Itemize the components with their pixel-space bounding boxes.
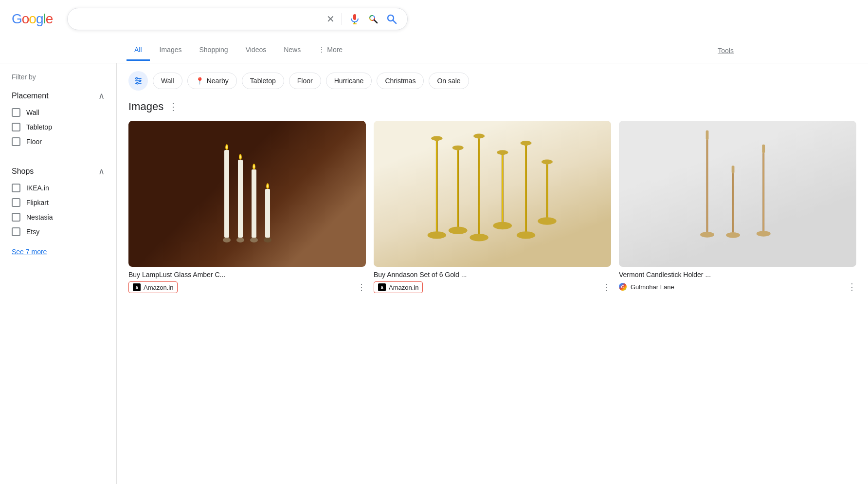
- floor-checkbox[interactable]: [12, 137, 20, 146]
- svg-rect-26: [478, 138, 480, 237]
- tab-tools[interactable]: Tools: [710, 41, 741, 60]
- search-icon[interactable]: [386, 13, 398, 25]
- filter-by-label: Filter by: [12, 73, 105, 81]
- clear-icon[interactable]: ✕: [326, 13, 335, 25]
- floor-label: Floor: [26, 138, 42, 146]
- placement-toggle-icon: ∧: [98, 91, 105, 101]
- wall-checkbox[interactable]: [12, 108, 20, 117]
- svg-point-23: [449, 227, 468, 234]
- wall-label: Wall: [26, 109, 39, 116]
- image-card-info-0: Buy LampLust Glass Amber C... a Amazon.i…: [128, 267, 366, 297]
- amazon-logo-1: a: [378, 283, 386, 291]
- filter-option-floor[interactable]: Floor: [12, 137, 105, 146]
- source-name-1: Amazon.in: [389, 284, 418, 291]
- image-title-2: Vermont Candlestick Holder ...: [619, 271, 856, 279]
- nav-tabs: All Images Shopping Videos News ⋮ More T…: [0, 38, 868, 63]
- image-card-2[interactable]: Vermont Candlestick Holder ... G Gulmoha…: [619, 121, 856, 297]
- tab-videos[interactable]: Videos: [238, 40, 274, 61]
- mic-icon[interactable]: [349, 13, 361, 25]
- tune-chip[interactable]: [128, 71, 148, 91]
- sidebar: Filter by Placement ∧ Wall Tabletop Floo…: [0, 63, 117, 484]
- svg-rect-0: [353, 14, 356, 20]
- svg-rect-22: [457, 150, 459, 230]
- chip-christmas[interactable]: Christmas: [377, 73, 424, 89]
- chip-wall[interactable]: Wall: [153, 73, 182, 89]
- image-source-row-2: G Gulmohar Lane ⋮: [619, 281, 856, 292]
- filter-option-flipkart[interactable]: Flipkart: [12, 198, 105, 207]
- nestasia-label: Nestasia: [26, 213, 53, 221]
- amazon-badge-0: a Amazon.in: [128, 281, 178, 293]
- source-more-0[interactable]: ⋮: [357, 282, 366, 293]
- shops-toggle-icon: ∧: [98, 166, 105, 177]
- svg-point-35: [517, 231, 536, 239]
- filter-option-nestasia[interactable]: Nestasia: [12, 213, 105, 222]
- shops-section-header[interactable]: Shops ∧: [12, 166, 105, 177]
- source-more-1[interactable]: ⋮: [602, 282, 611, 293]
- tab-shopping[interactable]: Shopping: [191, 40, 235, 61]
- svg-rect-37: [545, 162, 549, 164]
- flipkart-checkbox[interactable]: [12, 198, 20, 207]
- svg-rect-17: [435, 138, 439, 141]
- etsy-checkbox[interactable]: [12, 227, 20, 236]
- tab-images[interactable]: Images: [152, 40, 190, 61]
- ikea-label: IKEA.in: [26, 184, 49, 192]
- filter-option-wall[interactable]: Wall: [12, 108, 105, 117]
- image-placeholder-1: [374, 121, 611, 267]
- slim-candlesticks-svg: [643, 128, 832, 260]
- placement-section-header[interactable]: Placement ∧: [12, 91, 105, 101]
- images-title: Images: [128, 100, 163, 113]
- filter-option-ikea[interactable]: IKEA.in: [12, 184, 105, 192]
- tab-news[interactable]: News: [276, 40, 308, 61]
- svg-rect-38: [546, 164, 548, 221]
- svg-point-39: [538, 217, 557, 224]
- nestasia-checkbox[interactable]: [12, 213, 20, 222]
- placement-title: Placement: [12, 92, 49, 100]
- svg-point-45: [726, 232, 740, 238]
- image-card-1[interactable]: Buy Anndason Set of 6 Gold ... a Amazon.…: [374, 121, 611, 297]
- svg-point-48: [757, 231, 771, 237]
- svg-rect-33: [524, 143, 528, 146]
- chip-floor[interactable]: Floor: [289, 73, 321, 89]
- chip-hurricane[interactable]: Hurricane: [326, 73, 372, 89]
- svg-point-14: [139, 80, 141, 81]
- image-source-row-1: a Amazon.in ⋮: [374, 281, 611, 293]
- search-bar-actions: ✕: [326, 13, 398, 25]
- see-more-link[interactable]: See 7 more: [12, 248, 105, 256]
- svg-point-13: [136, 77, 137, 79]
- shops-section: Shops ∧ IKEA.in Flipkart Nestasia Etsy: [12, 166, 105, 236]
- tune-icon: [133, 76, 143, 86]
- images-more-icon[interactable]: ⋮: [168, 101, 178, 112]
- images-section: Images ⋮: [128, 100, 856, 297]
- search-input[interactable]: candlestick holder: [77, 15, 321, 23]
- image-source-row-0: a Amazon.in ⋮: [128, 281, 366, 293]
- svg-point-19: [428, 231, 447, 239]
- svg-rect-25: [477, 136, 481, 138]
- tabletop-checkbox[interactable]: [12, 123, 20, 131]
- ikea-checkbox[interactable]: [12, 184, 20, 192]
- image-grid: Buy LampLust Glass Amber C... a Amazon.i…: [128, 121, 856, 297]
- svg-rect-34: [525, 146, 527, 235]
- svg-point-31: [493, 222, 512, 229]
- image-card-0[interactable]: Buy LampLust Glass Amber C... a Amazon.i…: [128, 121, 366, 297]
- source-more-2[interactable]: ⋮: [848, 281, 856, 292]
- images-section-header: Images ⋮: [128, 100, 856, 113]
- tab-all[interactable]: All: [127, 40, 150, 61]
- chip-tabletop[interactable]: Tabletop: [242, 73, 284, 89]
- svg-rect-47: [762, 153, 764, 233]
- amazon-logo-text-1: a: [380, 285, 383, 290]
- image-card-info-2: Vermont Candlestick Holder ... G Gulmoha…: [619, 267, 856, 296]
- content: Wall 📍 Nearby Tabletop Floor Hurricane C…: [117, 63, 868, 484]
- chip-on-sale[interactable]: On sale: [429, 73, 469, 89]
- placement-section: Placement ∧ Wall Tabletop Floor: [12, 91, 105, 146]
- filter-chips: Wall 📍 Nearby Tabletop Floor Hurricane C…: [128, 71, 856, 91]
- amazon-logo-text-0: a: [135, 285, 138, 290]
- tabletop-label: Tabletop: [26, 123, 52, 131]
- chip-nearby[interactable]: 📍 Nearby: [187, 73, 237, 89]
- google-logo: Google: [12, 11, 53, 27]
- lens-icon[interactable]: [367, 13, 379, 25]
- filter-option-etsy[interactable]: Etsy: [12, 227, 105, 236]
- filter-option-tabletop[interactable]: Tabletop: [12, 123, 105, 131]
- svg-rect-41: [706, 140, 708, 234]
- svg-rect-29: [501, 152, 505, 155]
- tab-more[interactable]: ⋮ More: [310, 40, 350, 61]
